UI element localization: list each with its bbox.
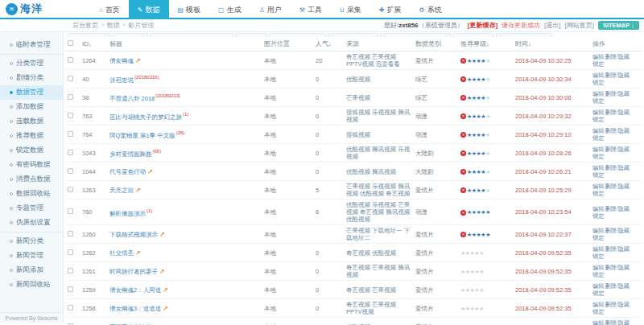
clear-rating-icon[interactable]: ✕ — [460, 169, 466, 175]
sidebar-item-剧情分类[interactable]: 剧情分类 — [0, 71, 63, 85]
star-icon[interactable]: ★ — [485, 187, 490, 193]
star-icon[interactable]: ★ — [485, 113, 490, 119]
action-隐藏-link[interactable]: 隐藏 — [617, 264, 630, 271]
nav-item-template[interactable]: ▤模板 — [169, 0, 210, 19]
action-隐藏-link[interactable]: 隐藏 — [617, 319, 630, 325]
row-checkbox[interactable] — [68, 305, 73, 311]
clear-rating-icon[interactable]: ✕ — [460, 150, 466, 156]
title-link[interactable]: 倩女幽魂 — [109, 57, 134, 64]
title-link[interactable]: 解析播放演示 — [109, 209, 146, 216]
action-锁定-link[interactable]: 锁定 — [592, 60, 605, 68]
sidebar-item-新闻回收站[interactable]: 新闻回收站 — [0, 278, 63, 292]
clear-rating-icon[interactable]: ✕ — [460, 187, 466, 193]
action-编辑-link[interactable]: 编辑 — [592, 205, 605, 212]
action-删除-link[interactable]: 删除 — [605, 227, 617, 234]
action-编辑-link[interactable]: 编辑 — [592, 53, 605, 60]
action-锁定-link[interactable]: 锁定 — [592, 79, 605, 86]
sidebar-item-专题管理[interactable]: 专题管理 — [0, 201, 63, 216]
title-link[interactable]: 倩女幽魂3：道道道 — [109, 305, 161, 312]
action-隐藏-link[interactable]: 隐藏 — [617, 282, 630, 290]
action-删除-link[interactable]: 删除 — [605, 205, 617, 212]
action-删除-link[interactable]: 删除 — [605, 183, 617, 190]
clear-rating-icon[interactable]: ✕ — [460, 210, 466, 216]
clear-rating-icon[interactable]: ✕ — [460, 132, 466, 138]
action-隐藏-link[interactable]: 隐藏 — [617, 53, 630, 60]
star-icon[interactable]: ★ — [485, 169, 490, 175]
action-删除-link[interactable]: 删除 — [605, 72, 617, 79]
nav-item-collect[interactable]: ∪采集 — [331, 0, 370, 19]
action-隐藏-link[interactable]: 隐藏 — [617, 90, 630, 97]
row-checkbox[interactable] — [68, 150, 73, 155]
title-link[interactable]: 芭比与胡桃夹子的梦幻之旅 — [109, 113, 182, 121]
nav-item-system[interactable]: ⚙系统 — [411, 0, 451, 19]
row-checkbox[interactable] — [68, 268, 73, 274]
nav-item-user[interactable]: ♙用户 — [250, 0, 291, 19]
breadcrumb-item[interactable]: 后台首页 — [72, 21, 98, 30]
site-home-link[interactable]: [网站首页] — [565, 21, 594, 30]
column-header-人气[interactable]: 人气↓ — [314, 37, 345, 51]
star-icon[interactable]: ★ — [485, 232, 490, 237]
action-编辑-link[interactable]: 编辑 — [592, 127, 605, 134]
column-header-时间[interactable]: 时间↓ — [514, 37, 591, 51]
star-icon[interactable]: ★ — [479, 269, 484, 274]
row-checkbox[interactable] — [68, 76, 73, 81]
action-删除-link[interactable]: 删除 — [605, 164, 617, 171]
sidebar-item-有密码数据[interactable]: 有密码数据 — [0, 158, 63, 172]
star-icon[interactable]: ★ — [485, 150, 490, 156]
row-checkbox[interactable] — [68, 208, 73, 214]
action-编辑-link[interactable]: 编辑 — [592, 164, 605, 171]
action-隐藏-link[interactable]: 隐藏 — [617, 146, 630, 153]
row-checkbox[interactable] — [68, 286, 73, 292]
row-checkbox[interactable] — [68, 168, 73, 174]
action-删除-link[interactable]: 删除 — [605, 245, 617, 253]
row-checkbox[interactable] — [68, 249, 73, 255]
row-checkbox[interactable] — [68, 187, 73, 192]
star-icon[interactable]: ★ — [485, 209, 490, 215]
action-锁定-link[interactable]: 锁定 — [592, 253, 605, 260]
action-删除-link[interactable]: 删除 — [605, 127, 617, 134]
column-header-ID[interactable]: ID↓ — [80, 37, 108, 51]
sidebar-item-锁定数据[interactable]: 锁定数据 — [0, 143, 63, 158]
title-link[interactable]: 社交情圣 — [109, 249, 134, 257]
nav-item-data[interactable]: ✎数据 — [129, 0, 169, 19]
action-隐藏-link[interactable]: 隐藏 — [617, 227, 630, 234]
action-锁定-link[interactable]: 锁定 — [592, 171, 605, 179]
action-隐藏-link[interactable]: 隐藏 — [617, 164, 630, 171]
title-link[interactable]: 不普通八卦 2018 — [109, 95, 155, 102]
star-icon[interactable]: ★ — [479, 306, 484, 311]
action-编辑-link[interactable]: 编辑 — [592, 245, 605, 253]
sort-arrow-icon[interactable]: ↓ — [528, 41, 531, 47]
row-checkbox[interactable] — [68, 94, 73, 100]
filter-tab-stub[interactable] — [235, 33, 267, 37]
logout-link[interactable]: [退出] — [544, 21, 560, 30]
action-编辑-link[interactable]: 编辑 — [592, 109, 605, 116]
nav-item-home[interactable]: ⌂首页 — [90, 0, 129, 19]
action-删除-link[interactable]: 删除 — [605, 90, 617, 97]
filter-tab-stub[interactable] — [150, 33, 233, 37]
nav-item-extend[interactable]: ✚扩展 — [370, 0, 411, 19]
row-checkbox[interactable] — [68, 231, 73, 237]
action-隐藏-link[interactable]: 隐藏 — [617, 183, 630, 190]
action-删除-link[interactable]: 删除 — [605, 53, 617, 60]
clear-rating-icon[interactable]: ✕ — [460, 76, 466, 82]
sidebar-item-新闻分类[interactable]: 新闻分类 — [0, 234, 63, 249]
select-all-checkbox[interactable] — [68, 40, 73, 46]
action-隐藏-link[interactable]: 隐藏 — [617, 127, 630, 134]
update-cache-link[interactable]: [更新缓存] — [468, 21, 497, 30]
sidebar-item-数据管理[interactable]: 数据管理 — [0, 85, 63, 100]
action-隐藏-link[interactable]: 隐藏 — [617, 72, 630, 79]
star-icon[interactable]: ★ — [485, 58, 490, 64]
action-隐藏-link[interactable]: 隐藏 — [617, 205, 630, 212]
filter-tab-stub[interactable] — [68, 33, 109, 37]
action-删除-link[interactable]: 删除 — [605, 109, 617, 116]
sort-arrow-icon[interactable]: ↓ — [328, 41, 332, 47]
star-icon[interactable]: ★ — [485, 132, 490, 138]
row-checkbox[interactable] — [68, 113, 73, 118]
star-icon[interactable]: ★ — [479, 287, 484, 293]
brand-logo[interactable]: ≈ 海洋 — [6, 2, 43, 16]
title-link[interactable]: 下载格式视频演示 — [109, 231, 158, 238]
action-编辑-link[interactable]: 编辑 — [592, 264, 605, 271]
action-锁定-link[interactable]: 锁定 — [592, 134, 605, 142]
row-checkbox[interactable] — [68, 131, 73, 137]
column-header-推荐星级[interactable]: 推荐星级↓ — [459, 37, 514, 51]
